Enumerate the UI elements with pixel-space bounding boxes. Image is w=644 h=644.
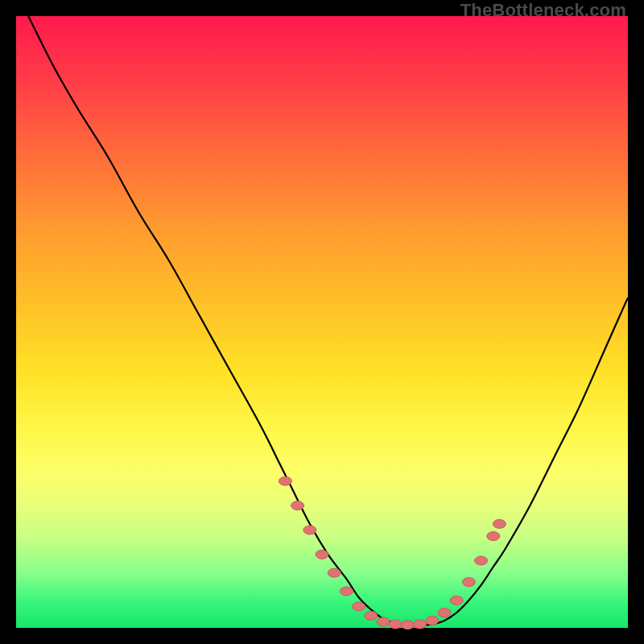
chart-frame: TheBottleneck.com xyxy=(0,0,644,644)
data-marker xyxy=(328,568,341,577)
data-marker xyxy=(303,526,316,535)
data-marker xyxy=(377,617,390,626)
bottleneck-curve xyxy=(28,16,628,625)
curve-svg xyxy=(16,16,628,628)
data-marker xyxy=(493,519,506,528)
curve-markers xyxy=(279,477,506,630)
data-marker xyxy=(450,596,463,605)
data-marker xyxy=(438,609,451,617)
watermark-text: TheBottleneck.com xyxy=(460,0,626,21)
data-marker xyxy=(353,602,365,611)
data-marker xyxy=(487,532,500,541)
data-marker xyxy=(426,616,439,625)
data-marker xyxy=(389,620,402,629)
data-marker xyxy=(279,477,291,485)
data-marker xyxy=(316,550,328,559)
data-marker xyxy=(401,621,414,630)
data-marker xyxy=(414,620,427,629)
data-marker xyxy=(340,587,353,596)
data-marker xyxy=(291,502,304,510)
data-marker xyxy=(462,578,475,587)
plot-area xyxy=(16,16,628,628)
data-marker xyxy=(475,556,488,565)
data-marker xyxy=(365,611,378,620)
